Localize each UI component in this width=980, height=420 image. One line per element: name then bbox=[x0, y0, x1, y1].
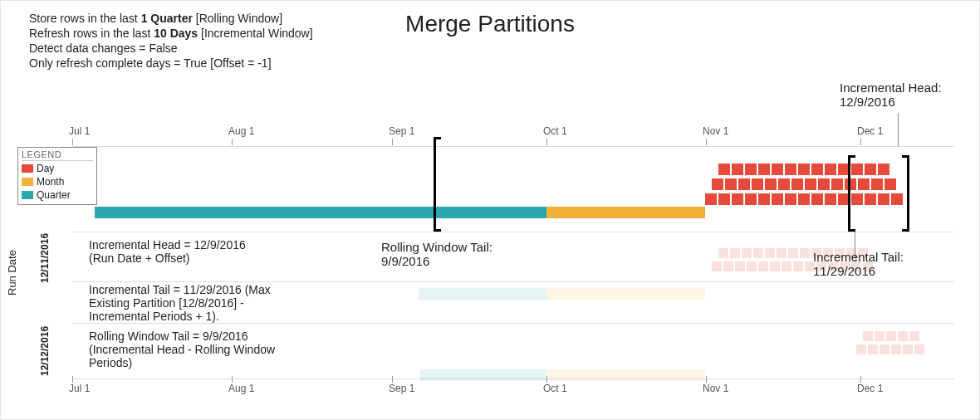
config-block: Store rows in the last 1 Quarter [Rollin… bbox=[29, 11, 313, 71]
rowlabel-0: 12/11/2016 bbox=[39, 233, 51, 283]
day-square bbox=[770, 261, 780, 271]
legend-item-quarter: Quarter bbox=[22, 189, 93, 201]
tick-bot-0: Jul 1 bbox=[69, 383, 90, 394]
legend-label-month: Month bbox=[37, 176, 64, 188]
bracket-inc-head bbox=[902, 155, 909, 232]
day-square bbox=[758, 193, 770, 205]
day-square bbox=[772, 193, 783, 205]
cfg-l1b: 1 Quarter bbox=[141, 12, 193, 25]
day-square bbox=[878, 193, 889, 205]
annot-rolling-tail: Rolling Window Tail: 9/9/2016 bbox=[381, 240, 492, 268]
row-sep-1 bbox=[72, 281, 954, 282]
tick-top-4: Nov 1 bbox=[703, 125, 728, 137]
day-square bbox=[785, 164, 796, 175]
annot-inc-head-l2: 12/9/2016 bbox=[840, 95, 942, 109]
day-square bbox=[758, 261, 768, 271]
bracket-rolling-tail bbox=[434, 137, 441, 232]
day-square bbox=[880, 344, 889, 354]
day-square bbox=[875, 331, 884, 341]
bar-month-row1 bbox=[546, 288, 705, 300]
day-square bbox=[745, 193, 757, 205]
row-sep-0 bbox=[72, 232, 954, 232]
day-square bbox=[705, 193, 717, 205]
tick-top-2: Sep 1 bbox=[389, 125, 414, 137]
day-square bbox=[758, 164, 770, 175]
legend-item-day: Day bbox=[22, 163, 93, 174]
day-square bbox=[798, 164, 810, 175]
legend-label-day: Day bbox=[37, 163, 54, 174]
day-square bbox=[811, 193, 823, 205]
day-square bbox=[865, 193, 876, 205]
day-square bbox=[718, 193, 730, 205]
annot-inc-head: Incremental Head: 12/9/2016 bbox=[840, 81, 942, 109]
axis-line-top bbox=[72, 146, 954, 147]
day-square bbox=[732, 164, 743, 175]
annot-box3-l2: (Incremental Head - Rolling Window bbox=[89, 343, 275, 356]
day-square bbox=[765, 248, 775, 258]
cfg-l1c: [Rolling Window] bbox=[193, 12, 282, 25]
day-square bbox=[891, 344, 901, 354]
day-square bbox=[725, 178, 737, 190]
bar-quarter-row2 bbox=[420, 369, 546, 381]
tick-top-1: Aug 1 bbox=[228, 125, 254, 137]
legend-label-quarter: Quarter bbox=[37, 189, 71, 201]
day-square bbox=[831, 178, 843, 190]
day-square bbox=[858, 178, 870, 190]
tick-bot-5: Dec 1 bbox=[857, 383, 883, 394]
tick-top-0: Jul 1 bbox=[69, 125, 90, 137]
swatch-month bbox=[22, 178, 33, 186]
tick-bot-4: Nov 1 bbox=[703, 383, 728, 394]
day-square bbox=[752, 178, 763, 190]
annot-box2-l2: Existing Partition [12/8/2016] - bbox=[89, 296, 271, 310]
legend-item-month: Month bbox=[22, 176, 93, 188]
day-square bbox=[863, 331, 873, 341]
annot-box2-l3: Incremental Periods + 1). bbox=[89, 310, 271, 323]
day-square bbox=[718, 248, 728, 258]
day-square bbox=[742, 248, 752, 258]
annot-inc-tail-l1: Incremental Tail: bbox=[813, 250, 904, 264]
day-square bbox=[747, 261, 757, 271]
tick-top-5: Dec 1 bbox=[857, 125, 883, 137]
tick-bot-3: Oct 1 bbox=[543, 383, 567, 394]
cfg-l3: Detect data changes = False bbox=[29, 41, 313, 56]
tick-bot-2: Sep 1 bbox=[389, 383, 414, 394]
bar-day-row0c bbox=[705, 193, 903, 205]
swatch-quarter bbox=[22, 191, 33, 199]
annot-inc-tail-l2: 11/29/2016 bbox=[813, 264, 904, 278]
bar-day-row0b bbox=[712, 178, 896, 190]
annot-inc-head-l1: Incremental Head: bbox=[840, 81, 942, 95]
day-square bbox=[732, 193, 743, 205]
day-square bbox=[878, 164, 889, 175]
day-square bbox=[868, 344, 878, 354]
annot-inc-tail: Incremental Tail: 11/29/2016 bbox=[813, 250, 904, 278]
day-square bbox=[772, 164, 783, 175]
cfg-l4: Only refresh complete days = True [Offse… bbox=[29, 56, 313, 71]
row-sep-2 bbox=[72, 323, 954, 324]
annot-box1-l1: Incremental Head = 12/9/2016 bbox=[89, 238, 246, 252]
legend-box: LEGEND Day Month Quarter bbox=[17, 147, 97, 205]
day-square bbox=[800, 248, 810, 258]
day-square bbox=[718, 164, 730, 175]
day-square bbox=[903, 344, 913, 354]
bar-quarter-row0 bbox=[95, 207, 546, 218]
day-square bbox=[782, 261, 791, 271]
day-square bbox=[753, 248, 763, 258]
day-square bbox=[891, 193, 903, 205]
day-square bbox=[865, 164, 876, 175]
tick-bot-1: Aug 1 bbox=[228, 383, 254, 394]
bracket-inc-tail bbox=[848, 155, 855, 232]
diagram-canvas: Merge Partitions Store rows in the last … bbox=[0, 0, 980, 420]
day-square bbox=[745, 164, 757, 175]
cfg-l1a: Store rows in the last bbox=[29, 12, 141, 25]
day-square bbox=[791, 178, 803, 190]
annot-box2-l1: Incremental Tail = 11/29/2016 (Max bbox=[89, 283, 271, 296]
day-square bbox=[765, 178, 777, 190]
cfg-l2c: [Incremental Window] bbox=[198, 27, 313, 40]
day-square bbox=[785, 193, 796, 205]
annot-box3: Rolling Window Tail = 9/9/2016 (Incremen… bbox=[89, 330, 275, 369]
cfg-l2a: Refresh rows in the last bbox=[29, 27, 154, 40]
day-square bbox=[914, 344, 924, 354]
day-square bbox=[818, 178, 830, 190]
tick-top-3: Oct 1 bbox=[543, 125, 567, 137]
day-square bbox=[886, 331, 896, 341]
